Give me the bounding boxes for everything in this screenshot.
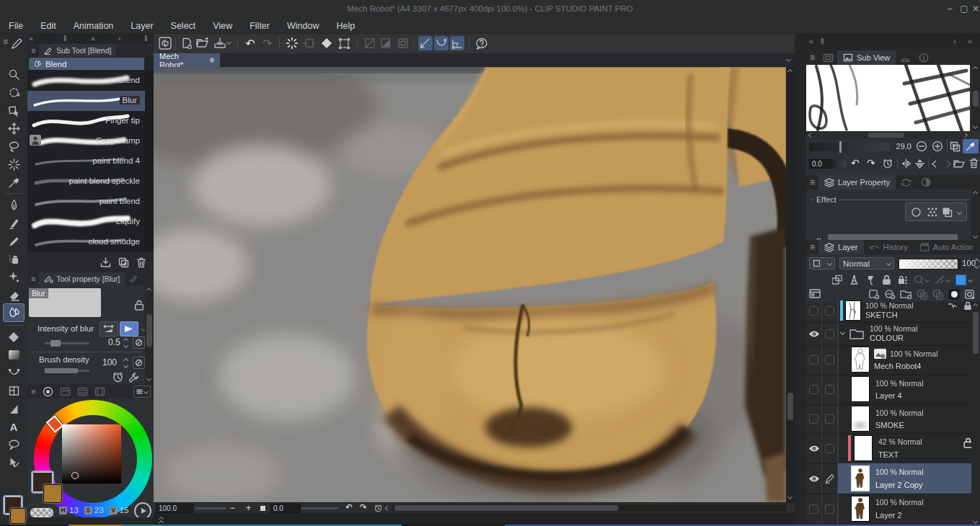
close-button[interactable]: ✕ [969, 2, 980, 15]
scroll-left-icon[interactable] [808, 133, 813, 138]
menu-layer[interactable]: Layer [131, 21, 153, 31]
toolprop-brush-tab[interactable] [129, 275, 138, 284]
color-slider-tab[interactable] [74, 384, 91, 398]
scrollbar-thumb[interactable] [787, 393, 793, 420]
history-tab[interactable]: History [864, 240, 914, 254]
subview-zoom-slider[interactable] [809, 143, 890, 151]
layer-row-mech-robot4[interactable]: 100 % Normal Mech Robot4 [806, 345, 980, 375]
flip-vertical-icon[interactable] [914, 159, 925, 169]
collapse-arrow-icon[interactable]: ‹ [118, 34, 121, 43]
canvas-horizontal-scrollbar[interactable] [392, 504, 786, 512]
layer-visibility-cell[interactable] [806, 463, 822, 494]
create-mask-button[interactable] [948, 289, 960, 300]
slider-thumb[interactable] [958, 259, 960, 269]
blend-mode-dropdown[interactable]: Normal [839, 257, 894, 269]
merge-down-icon[interactable] [932, 289, 944, 300]
clear-image-icon[interactable] [969, 158, 979, 169]
scroll-down-icon[interactable] [973, 124, 978, 129]
next-image-icon[interactable] [944, 161, 951, 168]
color-play-button[interactable] [134, 502, 151, 517]
tool-airbrush[interactable] [0, 250, 27, 268]
layer-tab[interactable]: Layer [818, 240, 864, 254]
draft-layer-dropdown[interactable] [914, 275, 929, 285]
layer-row-colour-folder[interactable]: 100 % Normal COLOUR [806, 322, 980, 346]
tool-text[interactable]: A [0, 418, 27, 436]
list-item-paint-blend-speckle[interactable]: paint blend speckle [27, 171, 145, 192]
zoom-out-icon[interactable]: − [230, 503, 235, 513]
ruler-dropdown[interactable] [935, 275, 950, 285]
new-folder-icon[interactable] [900, 289, 912, 300]
quick-access-tab[interactable] [896, 50, 914, 65]
layer-visibility-cell[interactable] [806, 375, 822, 404]
selection-launcher-2-button[interactable] [379, 36, 393, 50]
layer-thumbnail[interactable] [851, 406, 870, 432]
reset-rotation-icon[interactable] [374, 504, 382, 512]
open-file-button[interactable] [195, 36, 210, 50]
previous-image-icon[interactable] [932, 161, 940, 168]
subview-tab[interactable]: Sub View [837, 50, 896, 65]
rotate-cw-icon[interactable]: ↷ [360, 502, 367, 512]
list-item-copy-stamp[interactable]: Copy stamp [27, 131, 145, 152]
scroll-up-icon[interactable] [787, 69, 793, 74]
tool-pen-nib[interactable] [0, 196, 27, 214]
tool-decoration[interactable] [0, 268, 27, 286]
zoom-slider[interactable] [195, 507, 226, 509]
subtool-group-tab[interactable]: Blend [29, 58, 144, 70]
list-item-blend[interactable]: Blend [27, 71, 145, 92]
intensity-mode-fixed-button[interactable] [120, 321, 138, 336]
tool-eyedropper[interactable] [0, 174, 27, 192]
panel-menu-icon[interactable]: ≡ [31, 275, 35, 283]
collapse-left-icon[interactable]: « [809, 37, 813, 45]
toolprop-scrollbar[interactable] [145, 285, 154, 384]
panel-menu-icon[interactable]: ≡ [810, 53, 815, 63]
zoom-reset-icon[interactable] [260, 506, 265, 511]
folder-expand-icon[interactable] [840, 330, 845, 335]
color-wheel-tab[interactable] [39, 384, 56, 398]
scroll-left-icon[interactable] [385, 506, 390, 511]
list-item-paint-blend-4[interactable]: paint blend 4 [27, 151, 145, 172]
tool-zoom[interactable] [0, 66, 27, 84]
menu-view[interactable]: View [213, 21, 232, 31]
list-item-liquify[interactable]: Liquify [27, 212, 145, 233]
tone-effect-icon[interactable] [927, 207, 937, 218]
information-tab[interactable] [914, 50, 933, 65]
animation-cel-tab[interactable] [896, 175, 916, 190]
layer-edit-cell[interactable] [822, 322, 838, 345]
intensity-mode-size-button[interactable] [100, 321, 118, 336]
layer-thumbnail[interactable] [851, 376, 870, 402]
menu-select[interactable]: Select [171, 21, 196, 31]
subview-hscrollbar[interactable] [806, 131, 970, 139]
canvas-viewport[interactable] [154, 67, 795, 502]
layer-thumbnail[interactable] [851, 465, 870, 491]
transfer-down-icon[interactable] [917, 289, 928, 300]
tool-lasso[interactable] [0, 138, 27, 156]
border-effect-icon[interactable] [911, 207, 922, 218]
menu-filter[interactable]: Filter [250, 21, 270, 31]
lock-layer-icon[interactable] [882, 275, 891, 285]
scroll-down-icon[interactable] [787, 494, 793, 499]
layer-edit-cell[interactable] [822, 375, 838, 404]
intensity-dynamics-button[interactable] [133, 336, 145, 349]
density-dynamics-button[interactable] [133, 357, 145, 369]
auto-action-tab[interactable]: Auto Action [914, 240, 979, 254]
transparent-color-swatch[interactable] [30, 508, 53, 517]
layer-edit-cell[interactable] [822, 494, 838, 524]
intensity-slider[interactable] [45, 342, 89, 344]
intensity-value[interactable]: 0.5 [108, 337, 120, 347]
redo-button[interactable]: ↷ [260, 36, 275, 50]
density-slider[interactable] [45, 370, 89, 372]
list-item-cloud-smudge[interactable]: cloud smudge [27, 232, 145, 253]
collapse-arrow-icon[interactable]: › [953, 37, 956, 45]
background-color-swatch[interactable] [43, 484, 62, 503]
tool-pen[interactable] [6, 35, 27, 53]
opacity-slider[interactable] [899, 259, 961, 269]
subview-vscrollbar[interactable] [971, 65, 980, 131]
rotate-ccw-icon[interactable]: ↶ [345, 502, 353, 512]
brush-preview-box[interactable]: Blur [29, 288, 101, 317]
list-item-blur-selected[interactable]: Blur [27, 91, 145, 112]
deselect-button[interactable] [285, 36, 299, 50]
layer-thumbnail[interactable] [845, 300, 861, 321]
collapse-right-icon[interactable]: » [968, 37, 972, 45]
scroll-up-icon[interactable] [146, 287, 151, 293]
panel-menu-icon[interactable]: ≡ [810, 177, 815, 187]
